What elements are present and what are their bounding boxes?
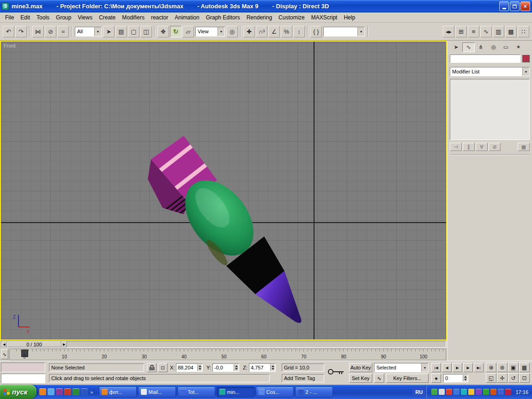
viewport-label[interactable]: Front <box>4 43 16 48</box>
rectangular-selection-region-button[interactable]: ▢ <box>128 26 139 37</box>
tab-display[interactable]: ▭ <box>500 42 512 52</box>
zoom-extents-button[interactable]: ▣ <box>508 363 519 372</box>
menu-rendering[interactable]: Rendering <box>243 13 275 22</box>
snaps-toggle-button[interactable]: ∩³ <box>256 26 267 37</box>
spinner-arrows[interactable] <box>234 364 238 371</box>
material-editor-button[interactable]: ▩ <box>505 26 517 37</box>
percent-snap-toggle-button[interactable]: % <box>281 26 292 37</box>
selection-filter-dropdown[interactable]: All▼ <box>75 27 102 36</box>
viewport-canvas[interactable]: Z x <box>1 42 446 339</box>
select-object-button[interactable]: ➤ <box>103 26 115 37</box>
spinner-arrows[interactable] <box>270 364 275 371</box>
quick-launch-shortcut-3[interactable] <box>56 388 63 395</box>
configure-modifier-sets-button[interactable]: ▦ <box>518 143 530 151</box>
tray-icon-2[interactable] <box>439 389 445 395</box>
menu-edit[interactable]: Edit <box>17 13 33 22</box>
select-and-link-button[interactable]: ⋈ <box>32 26 44 37</box>
chevron-down-icon[interactable]: ▼ <box>357 27 364 36</box>
new-key-tangent-button[interactable]: ∿ <box>374 374 384 383</box>
quick-launch-shortcut-5[interactable] <box>73 388 79 395</box>
curve-editor-button[interactable]: ∿ <box>480 26 492 37</box>
tray-icon-3[interactable] <box>446 389 452 395</box>
tray-icon-1[interactable] <box>431 389 437 395</box>
menu-reactor[interactable]: reactor <box>148 13 171 22</box>
undo-button[interactable]: ↶ <box>3 26 14 37</box>
tray-icon-7[interactable] <box>476 389 482 395</box>
chevron-down-icon[interactable]: ▼ <box>218 27 224 36</box>
time-slider-prev-arrow[interactable]: ◀ <box>1 341 7 347</box>
tray-icon-8[interactable] <box>483 389 489 395</box>
chevron-down-icon[interactable]: ▼ <box>94 27 101 36</box>
menu-tools[interactable]: Tools <box>33 13 53 22</box>
z-coord-field[interactable]: 4,757 <box>249 363 276 372</box>
tab-create[interactable]: ➤ <box>450 42 462 52</box>
arc-rotate-button[interactable]: ↺ <box>508 373 519 383</box>
set-keys-button[interactable] <box>327 368 346 378</box>
go-to-start-button[interactable]: |◀ <box>431 363 441 372</box>
key-mode-dropdown[interactable]: Selected ▼ <box>374 363 429 372</box>
bind-to-space-warp-button[interactable]: ≈ <box>57 26 69 37</box>
render-setup-button[interactable]: ∷ <box>518 26 529 37</box>
tray-icon-6[interactable] <box>468 389 474 395</box>
select-and-scale-button[interactable]: ▱ <box>182 26 194 37</box>
show-end-result-button[interactable]: ∥ <box>463 143 475 151</box>
task-button-5[interactable]: Соз... <box>256 387 294 398</box>
zoom-extents-all-button[interactable]: ▩ <box>519 363 530 372</box>
auto-key-button[interactable]: Auto Key <box>349 363 372 372</box>
object-name-field[interactable] <box>450 54 520 63</box>
set-key-button[interactable]: Set Key <box>349 374 372 383</box>
y-coord-field[interactable]: -0,0 <box>212 363 239 372</box>
redo-button[interactable]: ↷ <box>15 26 27 37</box>
menu-file[interactable]: File <box>2 13 17 22</box>
use-pivot-point-center-button[interactable]: ◎ <box>226 26 238 37</box>
menu-help[interactable]: Help <box>340 13 358 22</box>
tray-icon-9[interactable] <box>490 389 496 395</box>
quick-launch-overflow-chevron[interactable]: » <box>89 389 94 395</box>
pan-button[interactable]: ✢ <box>497 373 508 383</box>
maxscript-listener-pane[interactable] <box>1 374 45 383</box>
x-coord-field[interactable]: 88,204 <box>176 363 203 372</box>
menu-customize[interactable]: Customize <box>275 13 308 22</box>
menu-graph-editors[interactable]: Graph Editors <box>203 13 243 22</box>
menu-create[interactable]: Create <box>96 13 119 22</box>
selection-lock-toggle[interactable] <box>147 363 157 372</box>
time-slider-thumb[interactable]: 0 / 100 <box>7 341 61 347</box>
remove-modifier-button[interactable]: ⊘ <box>489 143 501 151</box>
tray-icon-10[interactable] <box>498 389 504 395</box>
pin-stack-button[interactable]: ⊣ <box>450 143 462 151</box>
menu-maxscript[interactable]: MAXScript <box>308 13 341 22</box>
tray-icon-11[interactable] <box>505 389 511 395</box>
window-close-button[interactable]: × <box>520 1 530 11</box>
align-button[interactable]: ⊞ <box>455 26 467 37</box>
layer-manager-button[interactable]: ≡ <box>468 26 479 37</box>
tab-utilities[interactable]: ✶ <box>512 42 525 52</box>
task-button-1[interactable]: фот... <box>99 387 137 398</box>
previous-frame-button[interactable]: ◀ <box>442 363 452 372</box>
key-mode-toggle[interactable]: ◆ <box>431 374 441 383</box>
select-by-name-button[interactable]: ▤ <box>115 26 127 37</box>
select-and-manipulate-button[interactable]: ✚ <box>243 26 255 37</box>
spinner-arrows[interactable] <box>463 375 467 381</box>
task-button-6[interactable]: 2 - ... <box>295 387 333 398</box>
absolute-offset-mode-toggle[interactable]: ⊡ <box>158 363 168 372</box>
go-to-end-button[interactable]: ▶| <box>474 363 484 372</box>
viewport-front[interactable]: Z x Front <box>0 41 447 340</box>
zoom-all-button[interactable]: ⊛ <box>497 363 508 372</box>
tray-icon-4[interactable] <box>453 389 459 395</box>
object-color-swatch[interactable] <box>522 55 530 62</box>
named-selection-sets-dropdown[interactable]: ▼ <box>323 27 365 36</box>
unlink-selection-button[interactable]: ⊘ <box>45 26 56 37</box>
title-bar[interactable]: 3 mine3.max- Project Folder: C:\Мои доку… <box>0 0 532 12</box>
quick-launch-shortcut-1[interactable] <box>39 388 46 395</box>
reference-coordinate-system-dropdown[interactable]: View▼ <box>195 27 225 36</box>
chevron-down-icon[interactable]: ▼ <box>522 67 529 76</box>
menu-group[interactable]: Group <box>53 13 74 22</box>
schematic-view-button[interactable]: ▥ <box>493 26 504 37</box>
tray-icon-5[interactable] <box>461 389 467 395</box>
track-bar-ruler[interactable]: 0102030405060708090100 <box>9 349 446 360</box>
spinner-snap-toggle-button[interactable]: ↕ <box>293 26 305 37</box>
tab-modify[interactable]: ∿ <box>462 42 475 52</box>
zoom-button[interactable]: ⊕ <box>486 363 496 372</box>
add-time-tag[interactable]: Add Time Tag <box>282 374 324 382</box>
select-and-move-button[interactable]: ✥ <box>157 26 169 37</box>
